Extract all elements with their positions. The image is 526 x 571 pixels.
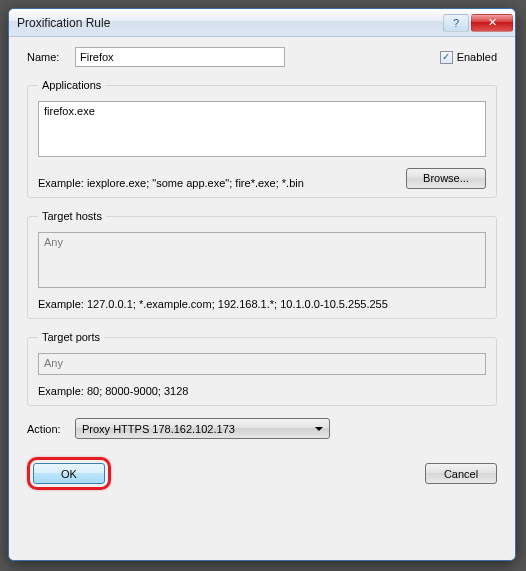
action-label: Action:	[27, 423, 75, 435]
dialog-window: Proxification Rule ? ✕ Name: ✓ Enabled A…	[8, 8, 516, 561]
action-row: Action: Proxy HTTPS 178.162.102.173	[27, 418, 497, 439]
name-input[interactable]	[75, 47, 285, 67]
dialog-content: Name: ✓ Enabled Applications Example: ie…	[9, 37, 515, 560]
applications-group: Applications Example: iexplore.exe; "som…	[27, 79, 497, 198]
help-button[interactable]: ?	[443, 14, 469, 32]
enabled-label: Enabled	[457, 51, 497, 63]
target-hosts-legend: Target hosts	[38, 210, 106, 222]
target-hosts-example: Example: 127.0.0.1; *.example.com; 192.1…	[38, 298, 486, 310]
target-ports-example: Example: 80; 8000-9000; 3128	[38, 385, 486, 397]
ok-highlight: OK	[27, 457, 111, 490]
ok-button[interactable]: OK	[33, 463, 105, 484]
target-hosts-group: Target hosts Example: 127.0.0.1; *.examp…	[27, 210, 497, 319]
close-button[interactable]: ✕	[471, 14, 513, 32]
target-ports-group: Target ports Example: 80; 8000-9000; 312…	[27, 331, 497, 406]
enabled-checkbox-wrap[interactable]: ✓ Enabled	[440, 51, 497, 64]
target-ports-input[interactable]	[38, 353, 486, 375]
checkmark-icon: ✓	[440, 51, 453, 64]
browse-button[interactable]: Browse...	[406, 168, 486, 189]
titlebar: Proxification Rule ? ✕	[9, 9, 515, 37]
applications-input[interactable]	[38, 101, 486, 157]
applications-legend: Applications	[38, 79, 105, 91]
name-row: Name: ✓ Enabled	[27, 47, 497, 67]
chevron-down-icon	[311, 420, 327, 437]
target-ports-legend: Target ports	[38, 331, 104, 343]
action-select[interactable]: Proxy HTTPS 178.162.102.173	[75, 418, 330, 439]
applications-example: Example: iexplore.exe; "some app.exe"; f…	[38, 177, 304, 189]
window-title: Proxification Rule	[17, 16, 441, 30]
name-label: Name:	[27, 51, 75, 63]
cancel-button[interactable]: Cancel	[425, 463, 497, 484]
action-selected-value: Proxy HTTPS 178.162.102.173	[82, 423, 311, 435]
dialog-buttons: OK Cancel	[27, 457, 497, 490]
target-hosts-input[interactable]	[38, 232, 486, 288]
